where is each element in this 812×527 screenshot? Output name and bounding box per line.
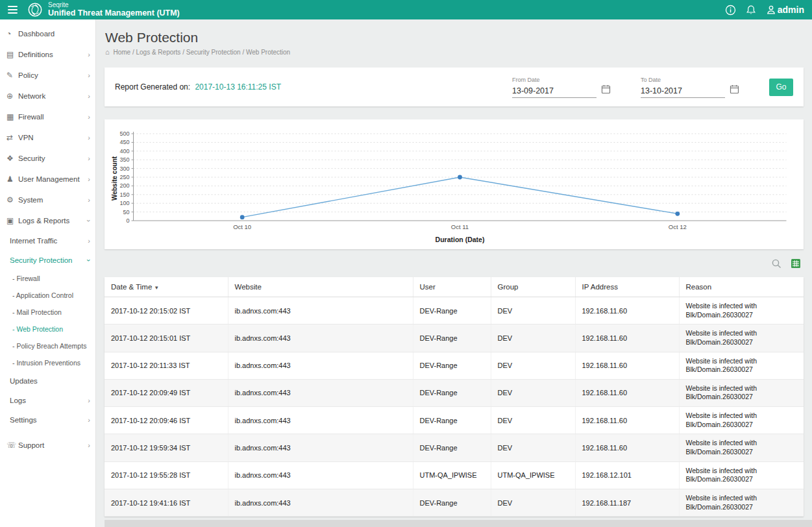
sidebar-item-updates[interactable]: Updates [0,371,95,391]
from-date-input[interactable]: 13-09-2017 [512,84,597,98]
cell-date-time: 2017-10-12 19:55:28 IST [105,461,228,489]
sidebar-item-policy-breach-attempts[interactable]: - Policy Breach Attempts [0,337,95,354]
cell-user: DEV-Range [413,489,491,516]
hamburger-menu-icon[interactable] [8,4,19,16]
sidebar-item-security[interactable]: ❖ Security › [0,148,95,169]
sidebar-item-intrusion-preventions[interactable]: - Intrusion Preventions [0,354,95,371]
cell-user: DEV-Range [413,297,491,325]
chevron-right-icon: › [88,416,90,424]
cell-website: ib.adnxs.com:443 [228,461,413,489]
sidebar-item-logs[interactable]: Logs › [0,391,95,410]
cell-ip-address: 192.168.11.60 [575,379,679,406]
cell-ip-address: 192.168.11.187 [575,489,679,516]
cell-reason: Website is infected with Blk/Domain.2603… [679,461,804,489]
sidebar-item-security-protection[interactable]: Security Protection › [0,251,95,270]
table-row[interactable]: 2017-10-12 20:15:01 IST ib.adnxs.com:443… [105,325,804,352]
chevron-right-icon: › [88,71,90,79]
user-icon [766,5,776,15]
horizontal-scrollbar[interactable] [105,520,812,527]
sidebar-item-settings[interactable]: Settings › [0,410,95,430]
go-button[interactable]: Go [769,79,793,96]
notifications-bell-icon[interactable] [746,5,756,16]
sidebar-item-mail-protection[interactable]: - Mail Protection [0,304,95,321]
cell-ip-address: 192.168.12.101 [575,461,679,489]
sidebar-item-internet-traffic[interactable]: Internet Traffic › [0,231,95,251]
report-generated: Report Generated on: 2017-10-13 16:11:25… [115,82,512,92]
svg-text:350: 350 [119,156,129,163]
sidebar-item-web-protection[interactable]: - Web Protection [0,321,95,337]
chevron-down-icon: › [85,219,93,222]
policy-icon: ✎ [6,71,18,80]
to-date-input[interactable]: 13-10-2017 [641,84,725,98]
sidebar-item-dashboard[interactable]: ◔ Dashboard [0,23,95,44]
chevron-right-icon: › [88,397,90,404]
svg-text:Duration (Date): Duration (Date) [436,236,485,243]
brand: Seqrite Unified Threat Management (UTM) [48,2,180,18]
table-row[interactable]: 2017-10-12 19:59:34 IST ib.adnxs.com:443… [105,434,804,461]
cell-reason: Website is infected with Blk/Domain.2603… [679,489,804,516]
network-icon: ⊕ [6,92,18,101]
calendar-icon[interactable] [730,84,739,97]
chevron-right-icon: › [88,154,90,162]
table-row[interactable]: 2017-10-12 20:09:46 IST ib.adnxs.com:443… [105,407,804,434]
sidebar-item-firewall-log[interactable]: - Firewall [0,270,95,287]
website-count-line-chart: 050100150200250300350400450500Oct 10Oct … [110,130,798,248]
home-icon: ⌂ [105,48,110,56]
sort-desc-icon: ▼ [154,285,159,291]
svg-text:100: 100 [119,200,129,206]
brand-product: Unified Threat Management (UTM) [48,9,180,18]
cell-user: DEV-Range [413,379,491,406]
search-icon[interactable] [771,258,782,272]
table-row[interactable]: 2017-10-12 20:11:33 IST ib.adnxs.com:443… [105,352,804,379]
column-header-date-time[interactable]: Date & Time▼ [105,277,228,297]
svg-text:150: 150 [119,191,129,198]
sidebar-item-logs-reports[interactable]: ▣ Logs & Reports › [0,210,95,231]
info-icon[interactable] [725,5,736,16]
cell-ip-address: 192.168.11.60 [575,325,679,352]
chevron-right-icon: › [88,175,90,183]
column-header-user[interactable]: User [413,277,491,297]
dashboard-icon: ◔ [6,29,18,38]
export-excel-icon[interactable] [791,258,801,271]
cell-user: UTM-QA_IPWISE [413,461,491,489]
cell-reason: Website is infected with Blk/Domain.2603… [679,325,804,352]
report-bar: Report Generated on: 2017-10-13 16:11:25… [105,67,804,106]
cell-website: ib.adnxs.com:443 [228,407,413,434]
chevron-right-icon: › [88,237,90,245]
cell-group: DEV [491,352,575,379]
breadcrumb-text: Home / Logs & Reports / Security Protect… [113,49,290,56]
svg-text:Oct 11: Oct 11 [451,223,469,230]
column-header-group[interactable]: Group [491,277,575,297]
sidebar-item-network[interactable]: ⊕ Network › [0,86,95,106]
sidebar: ◔ Dashboard ▤ Definitions › ✎ Policy › ⊕… [0,19,96,527]
svg-text:450: 450 [119,139,129,145]
sidebar-item-vpn[interactable]: ⇄ VPN › [0,127,95,148]
sidebar-item-firewall[interactable]: ▦ Firewall › [0,106,95,127]
svg-text:50: 50 [123,209,129,215]
calendar-icon[interactable] [601,84,611,97]
chevron-down-icon: › [85,259,93,262]
user-menu[interactable]: admin [766,5,804,15]
cell-date-time: 2017-10-12 19:59:34 IST [105,434,228,461]
table-row[interactable]: 2017-10-12 20:15:02 IST ib.adnxs.com:443… [105,297,804,325]
breadcrumb[interactable]: ⌂ Home / Logs & Reports / Security Prote… [105,48,804,56]
column-header-ip-address[interactable]: IP Address [575,277,679,297]
table-row[interactable]: 2017-10-12 19:41:16 IST ib.adnxs.com:443… [105,489,804,516]
cell-user: DEV-Range [413,407,491,434]
svg-text:Oct 12: Oct 12 [669,223,687,230]
sidebar-item-support[interactable]: ☏ Support › [0,435,95,456]
column-header-website[interactable]: Website [228,277,413,297]
table-row[interactable]: 2017-10-12 19:55:28 IST ib.adnxs.com:443… [105,461,804,489]
sidebar-item-application-control[interactable]: - Application Control [0,287,95,304]
sidebar-item-definitions[interactable]: ▤ Definitions › [0,44,95,65]
from-date-label: From Date [512,77,611,83]
column-header-reason[interactable]: Reason [679,277,804,297]
table-row[interactable]: 2017-10-12 20:09:49 IST ib.adnxs.com:443… [105,379,804,406]
cell-user: DEV-Range [413,434,491,461]
sidebar-item-user-management[interactable]: ♟ User Management › [0,169,95,190]
cell-reason: Website is infected with Blk/Domain.2603… [679,379,804,406]
cell-ip-address: 192.168.11.60 [575,297,679,325]
sidebar-item-policy[interactable]: ✎ Policy › [0,65,95,86]
from-date-field: From Date 13-09-2017 [512,77,611,98]
sidebar-item-system[interactable]: ⚙ System › [0,190,95,210]
